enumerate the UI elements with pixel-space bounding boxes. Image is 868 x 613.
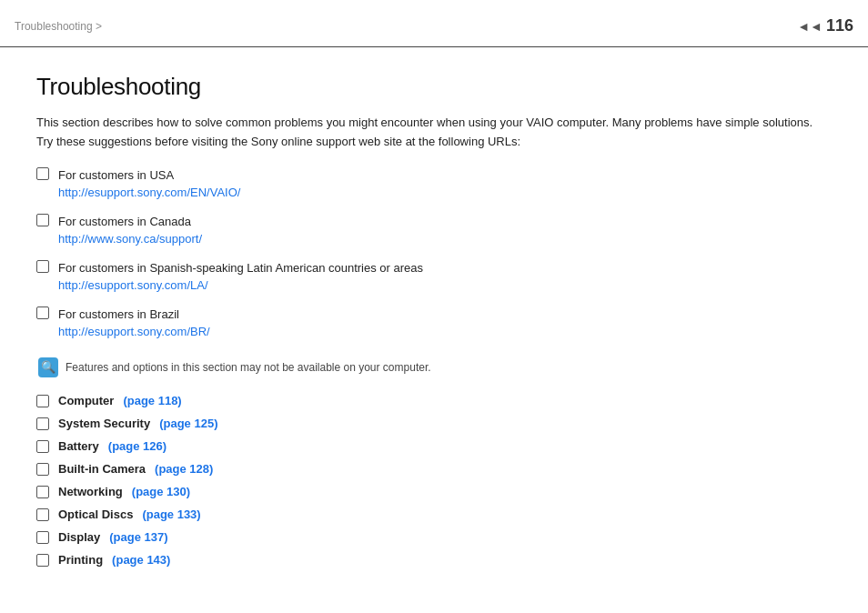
topic-label: Computer <box>58 394 114 407</box>
topic-label: Display <box>58 530 100 544</box>
topic-link[interactable]: (page 137) <box>109 530 167 544</box>
topic-item: Built-in Camera (page 128) <box>36 462 832 476</box>
topic-link[interactable]: (page 126) <box>108 439 167 453</box>
topic-link[interactable]: (page 143) <box>112 553 170 567</box>
topic-link[interactable]: (page 133) <box>142 507 200 521</box>
topic-checkbox-icon <box>36 440 49 453</box>
topic-item: Computer (page 118) <box>36 394 832 407</box>
topic-item: Display (page 137) <box>36 530 832 544</box>
list-item: For customers in Spanish-speaking Latin … <box>36 259 832 295</box>
checkbox-icon <box>36 306 49 319</box>
checkbox-icon <box>36 214 49 226</box>
topic-checkbox-icon <box>36 508 49 521</box>
page-header: Troubleshooting > ◄◄ 116 <box>0 0 868 47</box>
topic-item: System Security (page 125) <box>36 417 832 430</box>
topic-label: Built-in Camera <box>58 462 146 476</box>
list-item-url[interactable]: http://esupport.sony.com/LA/ <box>58 276 423 295</box>
checkbox-icon <box>36 260 49 273</box>
note-text: Features and options in this section may… <box>66 357 431 376</box>
list-item-url[interactable]: http://esupport.sony.com/EN/VAIO/ <box>58 184 240 202</box>
main-content: Troubleshooting This section describes h… <box>0 47 868 594</box>
page-title: Troubleshooting <box>36 73 832 101</box>
topic-item: Battery (page 126) <box>36 439 832 453</box>
topic-checkbox-icon <box>36 463 49 476</box>
list-item-label: For customers in Brazil <box>58 306 210 324</box>
topic-label: System Security <box>58 417 150 430</box>
url-list: For customers in USAhttp://esupport.sony… <box>36 166 832 341</box>
list-item-label: For customers in Canada <box>58 213 202 231</box>
topic-checkbox-icon <box>36 554 49 567</box>
topic-label: Optical Discs <box>58 507 133 521</box>
note-section: 🔍 Features and options in this section m… <box>36 357 832 377</box>
topic-link[interactable]: (page 130) <box>132 485 190 498</box>
topic-item: Optical Discs (page 133) <box>36 507 832 521</box>
list-item: For customers in Canadahttp://www.sony.c… <box>36 213 832 248</box>
list-item-url[interactable]: http://esupport.sony.com/BR/ <box>58 323 210 341</box>
checkbox-icon <box>36 167 49 180</box>
page-number: 116 <box>826 16 853 35</box>
list-item-url[interactable]: http://www.sony.ca/support/ <box>58 230 202 248</box>
list-item-label: For customers in Spanish-speaking Latin … <box>58 259 423 277</box>
topic-checkbox-icon <box>36 417 49 430</box>
intro-paragraph: This section describes how to solve comm… <box>36 114 828 152</box>
breadcrumb: Troubleshooting > <box>15 20 102 33</box>
topic-checkbox-icon <box>36 486 49 498</box>
topic-label: Printing <box>58 553 103 567</box>
topic-item: Networking (page 130) <box>36 485 832 498</box>
topic-checkbox-icon <box>36 395 49 407</box>
topic-label: Networking <box>58 485 123 498</box>
topic-item: Printing (page 143) <box>36 553 832 567</box>
page-arrow-icon: ◄◄ <box>797 19 823 34</box>
topics-list: Computer (page 118)System Security (page… <box>36 394 832 567</box>
list-item: For customers in Brazilhttp://esupport.s… <box>36 306 832 341</box>
topic-checkbox-icon <box>36 531 49 544</box>
topic-link[interactable]: (page 118) <box>123 394 181 407</box>
topic-link[interactable]: (page 128) <box>155 462 213 476</box>
page-number-area: ◄◄ 116 <box>797 16 853 35</box>
note-icon-symbol: 🔍 <box>41 360 56 374</box>
topic-label: Battery <box>58 439 99 453</box>
note-icon: 🔍 <box>38 357 58 377</box>
topic-link[interactable]: (page 125) <box>159 417 217 430</box>
list-item-label: For customers in USA <box>58 166 240 185</box>
list-item: For customers in USAhttp://esupport.sony… <box>36 166 832 202</box>
